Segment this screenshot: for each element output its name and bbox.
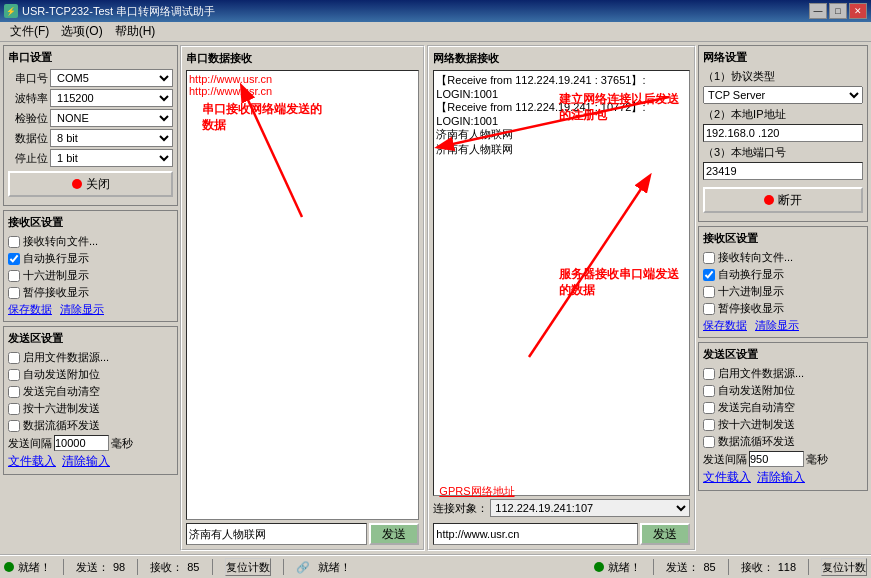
send-append-check-right[interactable] bbox=[703, 385, 715, 397]
status-dot-right bbox=[594, 562, 604, 572]
send-hex-check-right[interactable] bbox=[703, 419, 715, 431]
net-recv-line4: LOGIN:1001 bbox=[436, 115, 498, 127]
network-send-input[interactable] bbox=[433, 523, 638, 545]
network-send-button[interactable]: 发送 bbox=[640, 523, 690, 545]
reset-count-left[interactable]: 复位计数 bbox=[225, 558, 271, 576]
check-label: 检验位 bbox=[8, 111, 48, 126]
send-loop-check-right[interactable] bbox=[703, 436, 715, 448]
right-receive-settings: 接收区设置 接收转向文件... 自动换行显示 十六进制显示 暂停接收显示 保存数… bbox=[698, 226, 868, 338]
link-icon: 🔗 bbox=[296, 561, 310, 574]
file-load-link-left[interactable]: 文件载入 bbox=[8, 453, 56, 470]
menu-options[interactable]: 选项(O) bbox=[55, 21, 108, 42]
serial-close-button[interactable]: 关闭 bbox=[8, 171, 173, 197]
maximize-button[interactable]: □ bbox=[829, 3, 847, 19]
left-panel: 串口设置 串口号 COM5 波特率 115200 检验位 NONE 数 bbox=[3, 45, 178, 551]
minimize-button[interactable]: — bbox=[809, 3, 827, 19]
net-recv-line1: 【Receive from 112.224.19.241 : 37651】: bbox=[436, 74, 645, 86]
app-icon: ⚡ bbox=[4, 4, 18, 18]
menu-help[interactable]: 帮助(H) bbox=[109, 21, 162, 42]
serial-receive-area[interactable]: http://www.usr.cn http://www.usr.cn bbox=[186, 70, 419, 520]
send-label-right: 发送： bbox=[666, 560, 699, 575]
interval-input-right[interactable] bbox=[749, 451, 804, 467]
baud-select[interactable]: 115200 bbox=[50, 89, 173, 107]
local-ip-input[interactable] bbox=[703, 124, 863, 142]
check-select[interactable]: NONE bbox=[50, 109, 173, 127]
clear-input-link-right[interactable]: 清除输入 bbox=[757, 469, 805, 486]
port-select[interactable]: COM5 bbox=[50, 69, 173, 87]
send-value-right: 85 bbox=[703, 561, 715, 573]
send-file-check-left[interactable] bbox=[8, 352, 20, 364]
stop-select[interactable]: 1 bit bbox=[50, 149, 173, 167]
clear-display-link-left[interactable]: 清除显示 bbox=[60, 302, 104, 317]
interval-unit-right: 毫秒 bbox=[806, 452, 828, 467]
status-bar: 就绪！ 发送： 98 接收： 85 复位计数 🔗 就绪！ 就绪！ 发送： 85 … bbox=[0, 554, 871, 578]
send-loop-label-right: 数据流循环发送 bbox=[718, 434, 795, 449]
recv-pause-check-right[interactable] bbox=[703, 303, 715, 315]
menu-bar: 文件(F) 选项(O) 帮助(H) bbox=[0, 22, 871, 42]
status-text-left: 就绪！ bbox=[18, 560, 51, 575]
recv-hex-check-left[interactable] bbox=[8, 270, 20, 282]
send-autoclear-check-right[interactable] bbox=[703, 402, 715, 414]
serial-send-button[interactable]: 发送 bbox=[369, 523, 419, 545]
send-file-label-left: 启用文件数据源... bbox=[23, 350, 109, 365]
close-button[interactable]: ✕ bbox=[849, 3, 867, 19]
send-label-left: 发送： bbox=[76, 560, 109, 575]
serial-settings: 串口设置 串口号 COM5 波特率 115200 检验位 NONE 数 bbox=[3, 45, 178, 206]
interval-unit-left: 毫秒 bbox=[111, 436, 133, 451]
network-receive-area[interactable]: 【Receive from 112.224.19.241 : 37651】: L… bbox=[433, 70, 690, 496]
status-sep6 bbox=[728, 559, 729, 575]
stop-label: 停止位 bbox=[8, 151, 48, 166]
right-send-settings: 发送区设置 启用文件数据源... 自动发送附加位 发送完自动清空 按十六进制发送… bbox=[698, 342, 868, 491]
status-sep7 bbox=[808, 559, 809, 575]
recv-wrap-check-left[interactable] bbox=[8, 253, 20, 265]
status-ready-left: 就绪！ bbox=[318, 560, 351, 575]
net-recv-line6: 济南有人物联网 bbox=[436, 143, 513, 155]
net-settings-title: 网络设置 bbox=[703, 50, 863, 65]
send-autoclear-label-left: 发送完自动清空 bbox=[23, 384, 100, 399]
save-data-link-right[interactable]: 保存数据 bbox=[703, 318, 747, 333]
right-panel: 网络设置 （1）协议类型 TCP Server （2）本地IP地址 （3）本地端… bbox=[698, 45, 868, 551]
file-load-link-right[interactable]: 文件载入 bbox=[703, 469, 751, 486]
recv-pause-label-right: 暂停接收显示 bbox=[718, 301, 784, 316]
recv-file-check-left[interactable] bbox=[8, 236, 20, 248]
recv-label-left: 接收： bbox=[150, 560, 183, 575]
reset-count-right[interactable]: 复位计数 bbox=[821, 558, 867, 576]
recv-file-check-right[interactable] bbox=[703, 252, 715, 264]
send-file-check-right[interactable] bbox=[703, 368, 715, 380]
send-hex-label-right: 按十六进制发送 bbox=[718, 417, 795, 432]
recv-label-right: 接收： bbox=[741, 560, 774, 575]
recv-hex-check-right[interactable] bbox=[703, 286, 715, 298]
network-receive-title: 网络数据接收 bbox=[433, 51, 690, 66]
recv-wrap-label-left: 自动换行显示 bbox=[23, 251, 89, 266]
send-autoclear-check-left[interactable] bbox=[8, 386, 20, 398]
data-select[interactable]: 8 bit bbox=[50, 129, 173, 147]
net-recv-line2: LOGIN:1001 bbox=[436, 88, 498, 100]
disconnect-button[interactable]: 断开 bbox=[703, 187, 863, 213]
send-append-check-left[interactable] bbox=[8, 369, 20, 381]
left-send-settings: 发送区设置 启用文件数据源... 自动发送附加位 发送完自动清空 按十六进制发送… bbox=[3, 326, 178, 475]
menu-file[interactable]: 文件(F) bbox=[4, 21, 55, 42]
clear-input-link-left[interactable]: 清除输入 bbox=[62, 453, 110, 470]
net-settings: 网络设置 （1）协议类型 TCP Server （2）本地IP地址 （3）本地端… bbox=[698, 45, 868, 222]
recv-file-label-left: 接收转向文件... bbox=[23, 234, 98, 249]
interval-input-left[interactable]: 10000 bbox=[54, 435, 109, 451]
clear-display-link-right[interactable]: 清除显示 bbox=[755, 318, 799, 333]
status-sep4 bbox=[283, 559, 284, 575]
send-loop-check-left[interactable] bbox=[8, 420, 20, 432]
serial-url2: http://www.usr.cn bbox=[189, 85, 272, 97]
right-send-title: 发送区设置 bbox=[703, 347, 863, 362]
status-text-right: 就绪！ bbox=[608, 560, 641, 575]
local-port-input[interactable] bbox=[703, 162, 863, 180]
local-port-label: （3）本地端口号 bbox=[703, 145, 863, 160]
protocol-select[interactable]: TCP Server bbox=[703, 86, 863, 104]
data-label: 数据位 bbox=[8, 131, 48, 146]
recv-wrap-check-right[interactable] bbox=[703, 269, 715, 281]
save-data-link-left[interactable]: 保存数据 bbox=[8, 302, 52, 317]
recv-hex-label-left: 十六进制显示 bbox=[23, 268, 89, 283]
send-hex-check-left[interactable] bbox=[8, 403, 20, 415]
interval-label-right: 发送间隔 bbox=[703, 452, 747, 467]
connect-label: 连接对象： bbox=[433, 501, 488, 516]
connect-select[interactable]: 112.224.19.241:107 bbox=[490, 499, 690, 517]
recv-pause-check-left[interactable] bbox=[8, 287, 20, 299]
serial-send-input[interactable] bbox=[186, 523, 367, 545]
